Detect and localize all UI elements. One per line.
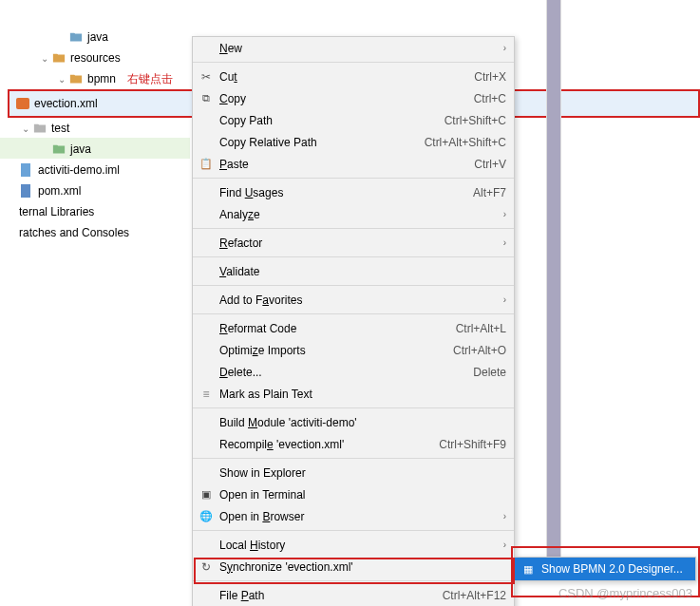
submenu-show-bpmn-designer[interactable]: Show BPMN 2.0 Designer... <box>515 558 695 580</box>
separator <box>193 285 514 286</box>
context-menu: New › Cut Ctrl+X Copy Ctrl+C Copy Path C… <box>192 36 515 606</box>
annotation-text: 右键点击 <box>127 71 173 87</box>
shortcut: Ctrl+Alt+O <box>453 344 506 357</box>
shortcut: Ctrl+Shift+F9 <box>439 438 506 451</box>
xml-file-icon <box>15 96 30 111</box>
menu-synchronize[interactable]: Synchronize 'evection.xml' <box>193 556 514 578</box>
tree-label: resources <box>70 51 121 65</box>
resources-folder-icon <box>51 50 66 66</box>
mi-text: Show BPMN 2.0 Designer... <box>538 562 688 576</box>
svg-rect-0 <box>21 163 30 177</box>
chevron-right-icon: › <box>495 237 506 248</box>
shortcut: Ctrl+Shift+C <box>445 114 506 127</box>
menu-analyze[interactable]: Analyze › <box>193 203 514 225</box>
menu-file-path[interactable]: File Path Ctrl+Alt+F12 <box>193 584 514 606</box>
menu-refactor[interactable]: Refactor › <box>193 232 514 254</box>
tree-label: ternal Libraries <box>19 205 94 218</box>
separator <box>193 256 514 257</box>
mi-text: Show in Explorer <box>216 466 506 480</box>
folder-icon <box>68 71 84 86</box>
diagrams-submenu: Show BPMN 2.0 Designer... <box>514 557 696 581</box>
menu-delete[interactable]: Delete... Delete <box>193 361 514 383</box>
menu-add-to-favorites[interactable]: Add to Favorites › <box>193 289 514 311</box>
chevron-right-icon: › <box>495 43 506 53</box>
menu-reformat-code[interactable]: Reformat Code Ctrl+Alt+L <box>193 317 514 339</box>
chevron-down-icon[interactable]: ⌄ <box>55 74 68 85</box>
mi-text: ew <box>228 42 242 55</box>
separator <box>193 178 514 179</box>
menu-validate[interactable]: Validate <box>193 260 514 282</box>
menu-open-in-terminal[interactable]: Open in Terminal <box>193 483 514 505</box>
tree-label: java <box>70 142 91 156</box>
tree-label: evection.xml <box>34 97 98 110</box>
folder-icon <box>32 121 47 136</box>
tree-label: bpmn <box>87 72 116 85</box>
chevron-right-icon: › <box>495 209 506 219</box>
menu-copy[interactable]: Copy Ctrl+C <box>193 87 514 109</box>
menu-paste[interactable]: Paste Ctrl+V <box>193 153 514 175</box>
tree-label: test <box>51 122 69 135</box>
tree-label: pom.xml <box>38 184 81 198</box>
watermark: CSDN @myprincess003 <box>558 586 692 600</box>
menu-recompile[interactable]: Recompile 'evection.xml' Ctrl+Shift+F9 <box>193 433 514 455</box>
shortcut: Ctrl+Alt+Shift+C <box>425 136 506 149</box>
shortcut: Ctrl+Alt+F12 <box>443 589 506 602</box>
separator <box>193 62 514 63</box>
iml-file-icon <box>19 162 34 178</box>
chevron-right-icon: › <box>495 540 506 550</box>
separator <box>193 530 514 531</box>
separator <box>193 580 514 581</box>
menu-local-history[interactable]: Local History › <box>193 534 514 556</box>
terminal-icon <box>197 488 216 501</box>
mi-text: Copy Path <box>216 114 445 127</box>
folder-icon <box>68 29 84 45</box>
menu-optimize-imports[interactable]: Optimize Imports Ctrl+Alt+O <box>193 339 514 361</box>
browser-icon <box>197 510 216 522</box>
mi-text: Open in Terminal <box>216 488 506 502</box>
menu-open-in-browser[interactable]: Open in Browser › <box>193 505 514 527</box>
paste-icon <box>197 158 216 170</box>
shortcut: Ctrl+Alt+L <box>456 322 506 335</box>
chevron-right-icon: › <box>495 294 506 305</box>
scissors-icon <box>197 70 216 84</box>
mi-text: Copy Relative Path <box>216 136 425 149</box>
menu-show-in-explorer[interactable]: Show in Explorer <box>193 462 514 483</box>
menu-new[interactable]: New › <box>193 37 514 59</box>
chevron-down-icon[interactable]: ⌄ <box>38 53 51 64</box>
mi-text: Mark as Plain Text <box>216 388 506 401</box>
shortcut: Ctrl+C <box>474 92 506 105</box>
tree-label: ratches and Consoles <box>19 226 129 239</box>
tree-label: activiti-demo.iml <box>38 163 120 177</box>
tree-label: java <box>87 30 108 44</box>
chevron-down-icon[interactable]: ⌄ <box>19 123 32 134</box>
svg-rect-1 <box>21 184 30 198</box>
menu-copy-relative-path[interactable]: Copy Relative Path Ctrl+Alt+Shift+C <box>193 131 514 153</box>
shortcut: Alt+F7 <box>473 186 506 199</box>
separator <box>193 407 514 408</box>
right-divider <box>546 0 561 579</box>
menu-find-usages[interactable]: Find Usages Alt+F7 <box>193 181 514 203</box>
menu-build-module[interactable]: Build Module 'activiti-demo' <box>193 411 514 433</box>
text-icon <box>197 388 216 401</box>
menu-cut[interactable]: Cut Ctrl+X <box>193 66 514 87</box>
menu-copy-path[interactable]: Copy Path Ctrl+Shift+C <box>193 109 514 131</box>
shortcut: Ctrl+V <box>474 158 506 171</box>
copy-icon <box>197 92 216 104</box>
menu-mark-plain-text[interactable]: Mark as Plain Text <box>193 383 514 405</box>
shortcut: Delete <box>473 366 506 379</box>
test-folder-icon <box>51 142 66 157</box>
maven-file-icon <box>19 183 34 199</box>
chevron-right-icon: › <box>495 511 506 521</box>
separator <box>193 313 514 314</box>
diagram-icon <box>519 563 538 576</box>
sync-icon <box>197 560 216 574</box>
shortcut: Ctrl+X <box>474 70 506 84</box>
separator <box>193 228 514 229</box>
mi-text: Cut <box>219 70 237 84</box>
separator <box>193 458 514 459</box>
